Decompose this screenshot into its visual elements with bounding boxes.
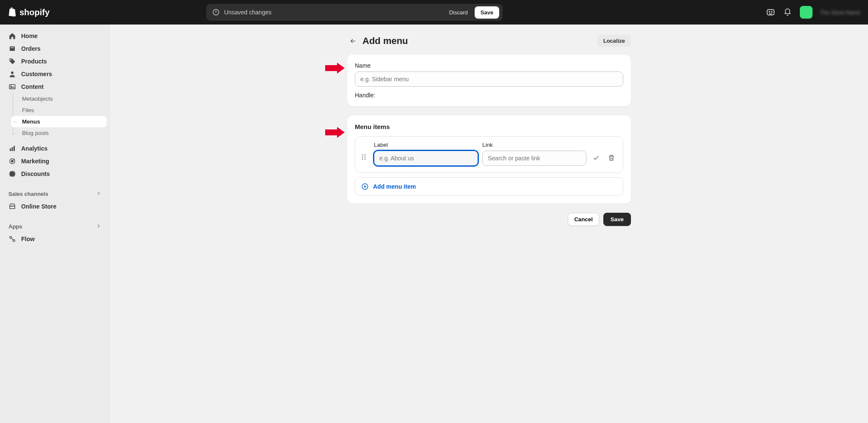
chevron-right-icon <box>96 223 102 230</box>
target-icon <box>8 157 16 165</box>
add-menu-item-button[interactable]: Add menu item <box>355 177 623 196</box>
svg-point-20 <box>365 154 366 156</box>
discount-icon <box>8 170 16 178</box>
svg-marker-17 <box>325 63 345 74</box>
menu-name-input[interactable] <box>355 71 623 87</box>
link-field-label: Link <box>482 142 586 148</box>
sidebar-item-online-store[interactable]: Online Store <box>3 200 107 213</box>
sidebar-item-label: Products <box>21 58 47 65</box>
sidebar-item-home[interactable]: Home <box>3 30 107 42</box>
svg-rect-12 <box>14 146 15 151</box>
sidebar-item-analytics[interactable]: Analytics <box>3 142 107 155</box>
sidebar-item-label: Discounts <box>21 170 50 177</box>
page-title: Add menu <box>362 36 597 47</box>
discard-button[interactable]: Discard <box>444 6 473 19</box>
link-column: Link <box>482 142 586 166</box>
sidebar-item-customers[interactable]: Customers <box>3 68 107 80</box>
sidebar-item-label: Marketing <box>21 158 49 165</box>
check-icon <box>592 154 600 162</box>
add-menu-item-label: Add menu item <box>373 183 416 190</box>
plus-circle-icon <box>361 183 369 190</box>
orders-icon <box>8 45 16 52</box>
svg-point-19 <box>362 154 363 156</box>
save-button-top[interactable]: Save <box>475 6 499 19</box>
sidebar-item-label: Analytics <box>21 145 47 152</box>
svg-point-21 <box>362 157 363 158</box>
sidebar-item-marketing[interactable]: Marketing <box>3 155 107 168</box>
shopify-logo[interactable]: shopify <box>8 7 50 17</box>
unsaved-text: Unsaved changes <box>224 9 444 16</box>
trash-icon <box>608 154 615 162</box>
content-icon <box>8 83 16 91</box>
sidebar-item-label: Orders <box>21 45 41 52</box>
svg-point-14 <box>11 160 14 162</box>
sidebar-item-products[interactable]: Products <box>3 55 107 68</box>
sidebar-item-flow[interactable]: Flow <box>3 233 107 245</box>
menu-items-heading: Menu items <box>355 123 623 130</box>
back-button[interactable] <box>347 35 359 47</box>
svg-point-24 <box>365 159 366 160</box>
home-icon <box>8 32 16 40</box>
sidebar-content-submenu: Metaobjects Files Menus Blog posts <box>11 93 107 139</box>
apps-heading[interactable]: Apps <box>3 221 107 233</box>
sidebar-item-label: Content <box>21 83 44 90</box>
annotation-arrow-icon <box>325 63 345 74</box>
svg-rect-5 <box>11 47 14 48</box>
label-column: Label <box>374 142 478 166</box>
tag-icon <box>8 58 16 65</box>
analytics-icon <box>8 145 16 152</box>
menu-name-card: Name Handle: <box>347 55 631 106</box>
sidebar-item-label: Online Store <box>21 203 56 210</box>
handle-label: Handle: <box>355 92 623 99</box>
label-field-label: Label <box>374 142 478 148</box>
sidebar-subitem-blogposts[interactable]: Blog posts <box>11 127 107 139</box>
menu-item-label-input[interactable] <box>374 151 478 166</box>
brand-text: shopify <box>19 8 50 17</box>
sidebar-subitem-menus[interactable]: Menus <box>11 116 107 127</box>
face-icon[interactable] <box>766 8 775 17</box>
delete-item-button[interactable] <box>606 146 617 162</box>
store-icon <box>8 203 16 210</box>
sidebar-subitem-metaobjects[interactable]: Metaobjects <box>11 93 107 104</box>
svg-rect-4 <box>10 47 15 51</box>
sidebar-item-label: Customers <box>21 71 52 77</box>
person-icon <box>8 70 16 78</box>
sidebar-item-label: Home <box>21 33 38 39</box>
shopify-bag-icon <box>8 7 17 17</box>
sidebar: Home Orders Products Customers Content M… <box>0 25 110 423</box>
svg-point-9 <box>11 85 11 86</box>
flow-icon <box>8 235 16 243</box>
svg-marker-18 <box>325 127 345 138</box>
menu-items-card: Menu items Label Link <box>347 115 631 203</box>
menu-item-link-input[interactable] <box>482 151 586 166</box>
svg-point-3 <box>771 11 772 12</box>
svg-point-2 <box>769 11 770 12</box>
annotation-arrow-icon <box>325 127 345 138</box>
cancel-button[interactable]: Cancel <box>568 213 599 226</box>
sidebar-item-content[interactable]: Content <box>3 80 107 93</box>
store-avatar[interactable] <box>800 6 813 19</box>
sales-channels-heading[interactable]: Sales channels <box>3 189 107 200</box>
localize-button[interactable]: Localize <box>597 35 631 47</box>
unsaved-changes-bar: Unsaved changes Discard Save <box>206 4 503 21</box>
main-content: Add menu Localize Name Handle: Menu item… <box>110 25 868 423</box>
svg-point-7 <box>11 71 14 74</box>
svg-rect-10 <box>10 148 11 151</box>
name-label: Name <box>355 62 623 69</box>
arrow-left-icon <box>349 37 357 45</box>
svg-point-6 <box>11 60 11 60</box>
topbar-right: The Store Name <box>766 6 860 19</box>
alert-circle-icon <box>212 8 220 16</box>
page-actions: Cancel Save <box>347 213 631 226</box>
bell-icon[interactable] <box>783 8 792 17</box>
sidebar-subitem-files[interactable]: Files <box>11 104 107 116</box>
topbar: shopify Unsaved changes Discard Save The… <box>0 0 868 25</box>
sidebar-item-orders[interactable]: Orders <box>3 42 107 55</box>
save-button[interactable]: Save <box>603 213 631 226</box>
svg-point-22 <box>365 157 366 158</box>
sidebar-item-discounts[interactable]: Discounts <box>3 168 107 180</box>
sidebar-item-label: Flow <box>21 236 35 242</box>
drag-handle-icon[interactable] <box>361 146 370 162</box>
confirm-item-button[interactable] <box>591 146 602 162</box>
store-name[interactable]: The Store Name <box>820 9 860 16</box>
